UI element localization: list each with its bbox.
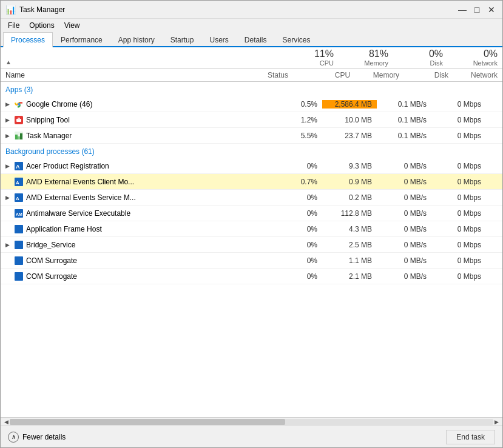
tab-performance[interactable]: Performance xyxy=(53,32,110,47)
memory-stat: 81% Memory xyxy=(339,48,393,67)
process-name-col: ▶ AM Antimalware Service Executable xyxy=(1,209,268,218)
col-header-status[interactable]: Status xyxy=(268,71,306,79)
cpu-cell: 0% xyxy=(268,193,322,202)
process-name-col: ▶ Google Chrome (46) xyxy=(1,99,268,109)
tab-app-history[interactable]: App history xyxy=(110,32,163,47)
network-cell: 0 Mbps xyxy=(431,132,486,140)
svg-rect-6 xyxy=(15,135,18,139)
expand-button[interactable]: ▶ xyxy=(3,116,12,124)
network-percent: 0% xyxy=(448,48,498,59)
table-row[interactable]: ▶ A Acer Product Registration 0% 9.3 MB … xyxy=(1,158,502,174)
tab-users[interactable]: Users xyxy=(201,32,236,47)
scroll-left-arrow[interactable]: ◀ xyxy=(3,419,10,425)
process-name-col: ▶ Snipping Tool xyxy=(1,115,268,125)
disk-cell: 0.1 MB/s xyxy=(377,100,431,109)
minimize-button[interactable]: — xyxy=(456,4,468,16)
table-row[interactable]: ▶ COM Surrogate 0% 2.1 MB 0 MB/s 0 Mbps xyxy=(1,269,502,284)
sort-arrow-icon[interactable]: ▲ xyxy=(5,59,12,65)
network-cell: 0 Mbps xyxy=(431,178,486,186)
expand-button[interactable]: ▶ xyxy=(3,132,12,140)
network-cell: 0 Mbps xyxy=(431,116,486,124)
svg-text:AM: AM xyxy=(16,212,22,216)
expand-button[interactable]: ▶ xyxy=(3,193,12,202)
table-row[interactable]: ▶ Google Chrome (46) 0.5% 2,586.4 M xyxy=(1,96,502,112)
svg-point-1 xyxy=(18,103,20,105)
scroll-thumb[interactable] xyxy=(10,419,285,425)
end-task-button[interactable]: End task xyxy=(446,430,495,444)
table-row[interactable]: ▶ Application Frame Host 0% 4.3 MB 0 MB/… xyxy=(1,221,502,237)
horizontal-scrollbar[interactable]: ◀ ▶ xyxy=(1,417,502,426)
tab-startup[interactable]: Startup xyxy=(163,32,202,47)
process-name-text: Bridge_Service xyxy=(26,241,75,249)
tab-details[interactable]: Details xyxy=(237,32,275,47)
memory-cell: 2,586.4 MB xyxy=(322,100,377,109)
process-name-col: ▶ A Acer Product Registration xyxy=(1,161,268,171)
col-header-memory[interactable]: Memory xyxy=(355,71,404,79)
close-button[interactable]: ✕ xyxy=(485,4,498,16)
chrome-icon xyxy=(14,99,24,109)
table-row[interactable]: ▶ COM Surrogate 0% 1.1 MB 0 MB/s 0 Mbps xyxy=(1,253,502,269)
tab-processes[interactable]: Processes xyxy=(3,32,53,47)
title-bar-controls: — □ ✕ xyxy=(456,4,498,16)
svg-rect-20 xyxy=(15,272,23,281)
memory-cell: 2.1 MB xyxy=(322,272,377,281)
memory-percent: 81% xyxy=(339,48,388,59)
table-row[interactable]: ▶ A AMD External Events Service M... 0% … xyxy=(1,190,502,206)
sort-arrow-area: ▲ xyxy=(1,56,268,68)
cpu-stat: 11% CPU xyxy=(284,48,339,67)
cpu-cell: 0.5% xyxy=(268,100,322,109)
bg-app-icon: A xyxy=(14,161,24,171)
cpu-cell: 0% xyxy=(268,272,322,281)
snip-icon xyxy=(14,115,24,125)
cpu-cell: 0% xyxy=(268,241,322,249)
apps-section-header: Apps (3) xyxy=(1,82,502,96)
process-name-text: COM Surrogate xyxy=(26,272,77,281)
table-row[interactable]: ▶ AM Antimalware Service Executable 0% 1… xyxy=(1,206,502,221)
expand-button[interactable]: ▶ xyxy=(3,162,12,170)
process-name-col: ▶ COM Surrogate xyxy=(1,272,268,281)
memory-cell: 2.5 MB xyxy=(322,241,377,249)
process-name-text: AMD External Events Service M... xyxy=(26,193,136,202)
expand-button[interactable]: ▶ xyxy=(3,100,12,109)
cpu-label: CPU xyxy=(284,59,334,67)
cpu-cell: 0% xyxy=(268,256,322,265)
network-cell: 0 Mbps xyxy=(431,272,486,281)
expand-button[interactable]: ▶ xyxy=(3,241,12,249)
cpu-percent: 11% xyxy=(284,48,334,59)
svg-rect-19 xyxy=(15,256,23,265)
table-row[interactable]: ▶ Task Manager 5.5% 23.7 MB 0.1 MB/s 0 M… xyxy=(1,128,502,144)
table-row[interactable]: ▶ A AMD External Events Client Mo... 0.7… xyxy=(1,174,502,190)
process-name-text: Antimalware Service Executable xyxy=(26,209,130,218)
chevron-down-icon: ∧ xyxy=(12,433,16,440)
cpu-cell: 5.5% xyxy=(268,132,322,140)
disk-stat: 0% Disk xyxy=(393,48,448,67)
menu-options[interactable]: Options xyxy=(24,20,59,31)
svg-rect-7 xyxy=(18,136,20,139)
tab-services[interactable]: Services xyxy=(275,32,319,47)
network-cell: 0 Mbps xyxy=(431,209,486,218)
column-stats-row: ▲ 11% CPU 81% Memory 0% Disk 0% Network xyxy=(1,47,502,69)
menu-view[interactable]: View xyxy=(59,20,85,31)
fewer-details-button[interactable]: ∧ Fewer details xyxy=(8,432,66,443)
col-header-disk[interactable]: Disk xyxy=(404,71,453,79)
scroll-track[interactable] xyxy=(10,419,493,425)
table-row[interactable]: ▶ Snipping Tool 1.2% 10.0 MB 0.1 MB/s 0 … xyxy=(1,112,502,128)
menu-file[interactable]: File xyxy=(3,20,24,31)
svg-rect-17 xyxy=(15,225,23,233)
bg-section-header: Background processes (61) xyxy=(1,144,502,158)
table-row[interactable]: ▶ Bridge_Service 0% 2.5 MB 0 MB/s 0 Mbps xyxy=(1,237,502,253)
col-header-network[interactable]: Network xyxy=(453,71,502,79)
disk-cell: 0 MB/s xyxy=(377,256,431,265)
svg-rect-8 xyxy=(20,133,22,139)
col-header-cpu[interactable]: CPU xyxy=(306,71,355,79)
memory-cell: 4.3 MB xyxy=(322,225,377,233)
process-name-text: Acer Product Registration xyxy=(26,162,109,170)
maximize-button[interactable]: □ xyxy=(471,4,483,16)
svg-rect-4 xyxy=(18,118,20,119)
network-label: Network xyxy=(448,59,498,67)
scroll-right-arrow[interactable]: ▶ xyxy=(493,419,500,425)
svg-rect-18 xyxy=(15,241,23,249)
process-name-col: ▶ A AMD External Events Client Mo... xyxy=(1,177,268,187)
col-header-name[interactable]: Name xyxy=(1,71,268,79)
svg-text:A: A xyxy=(16,164,20,170)
